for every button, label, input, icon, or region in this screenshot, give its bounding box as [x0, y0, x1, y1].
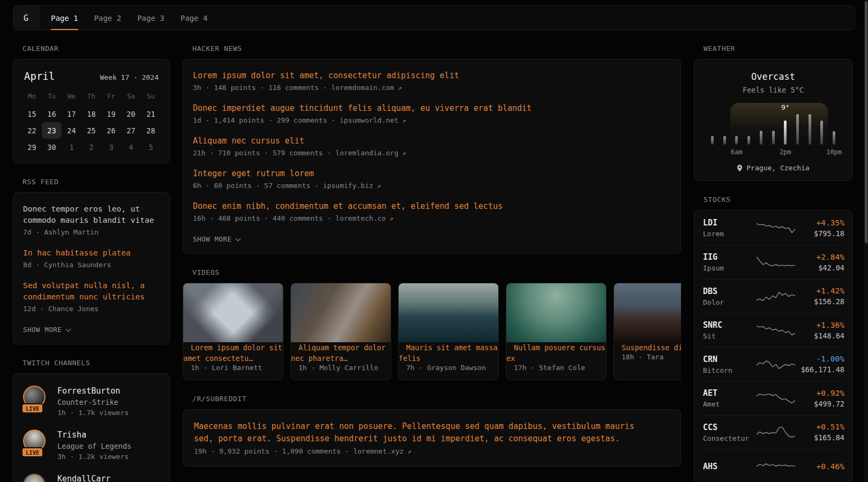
bar-slot [779, 114, 791, 145]
stock-change: +4.35% [795, 219, 844, 227]
stock-row[interactable]: AETAmet+0.92%$499.72 [703, 381, 843, 416]
video-meta: 17h · Stefan Cole [514, 364, 598, 372]
stock-values: -1.00%$66,171.48 [795, 355, 844, 374]
bar-slot [828, 114, 840, 145]
news-title[interactable]: Integer eget rutrum lorem [193, 168, 671, 179]
video-thumbnail[interactable] [183, 283, 283, 342]
calendar-day: 15 [22, 106, 42, 122]
video-card[interactable]: Lorem ipsum dolor sit amet consectetu…1h… [183, 283, 283, 380]
calendar-weekday-label: Th [81, 87, 101, 106]
stock-row[interactable]: CRNBitcorn-1.00%$66,171.48 [703, 347, 843, 381]
twitch-widget: TWITCH CHANNELS LIVEForrestBurtonCounter… [13, 359, 170, 482]
calendar-weekday-label: Fr [101, 87, 121, 106]
live-badge: LIVE [21, 447, 43, 457]
tab-page-4[interactable]: Page 4 [181, 6, 208, 30]
app-logo[interactable]: G [13, 6, 39, 30]
external-link-icon: ↗ [377, 182, 381, 190]
news-title[interactable]: Donec enim nibh, condimentum et accumsan… [193, 201, 671, 212]
subreddit-header: /R/SUBREDDIT [192, 395, 681, 403]
rss-item-meta: 7d · Ashlyn Martin [23, 228, 160, 236]
stock-change: +0.92% [795, 389, 844, 397]
news-meta-text: 16h · 468 points · 440 comments · loremt… [193, 214, 386, 222]
subreddit-post: Maecenas mollis pulvinar erat non posuer… [194, 420, 670, 455]
video-thumbnail[interactable] [291, 283, 391, 342]
rss-show-more-button[interactable]: SHOW MORE [23, 326, 70, 334]
weather-hourly-chart: 9° [706, 103, 840, 145]
news-title[interactable]: Lorem ipsum dolor sit amet, consectetur … [193, 70, 671, 81]
video-card[interactable]: Nullam posuere cursus ex17h · Stefan Col… [506, 283, 607, 380]
news-item: Aliquam nec cursus elit21h · 710 points … [193, 135, 671, 157]
hn-show-more-button[interactable]: SHOW MORE [193, 235, 240, 243]
stock-row[interactable]: DBSDolor+1.42%$156.28 [703, 279, 843, 313]
stock-row[interactable]: CCSConsectetur+0.51%$165.84 [703, 415, 843, 449]
video-thumbnail[interactable] [506, 283, 606, 342]
stock-name: Consectetur [703, 434, 757, 442]
calendar-day-selected: 23 [42, 122, 62, 139]
stock-row[interactable]: LDILorem+4.35%$795.18 [703, 211, 843, 245]
stock-price: $156.28 [795, 297, 844, 306]
calendar-weekday-label: Sa [121, 87, 141, 106]
stock-values: +0.46% [795, 462, 844, 471]
stock-symbol: CCS [703, 423, 757, 432]
subreddit-card: Maecenas mollis pulvinar erat non posuer… [183, 409, 681, 466]
news-meta: 16h · 468 points · 440 comments · loremt… [193, 214, 671, 222]
news-meta-text: 1d · 1,414 points · 299 comments · ipsum… [193, 116, 399, 124]
post-title[interactable]: Maecenas mollis pulvinar erat non posuer… [194, 420, 655, 445]
avatar [23, 473, 46, 482]
channel-name[interactable]: Trisha [57, 429, 86, 440]
twitch-channel-row[interactable]: LIVETrishaLeague of Legends3h · 1.2k vie… [23, 430, 160, 461]
temperature-bars [706, 114, 840, 145]
stock-symbol: DBS [703, 287, 757, 296]
weather-header: WEATHER [704, 44, 852, 52]
video-title[interactable]: Suspendisse diam [622, 343, 681, 352]
tab-page-2[interactable]: Page 2 [94, 6, 122, 30]
calendar-week-year: Week 17 · 2024 [100, 73, 159, 81]
rss-item-title[interactable]: Donec tempor eros leo, ut commodo mauris… [23, 204, 160, 226]
stock-change: +0.51% [795, 423, 844, 431]
video-card[interactable]: Mauris sit amet massa felis7h · Grayson … [398, 283, 499, 380]
rss-item-title[interactable]: In hac habitasse platea [23, 247, 160, 259]
video-card[interactable]: Suspendisse diam18h · Tara [613, 283, 681, 380]
channel-name[interactable]: ForrestBurton [57, 385, 120, 396]
rss-item-title[interactable]: Sed volutpat nulla nisl, a condimentum n… [23, 280, 160, 303]
twitch-channel-row[interactable]: KendallCarr [23, 473, 160, 482]
bar-slot [755, 114, 767, 145]
time-axis-label: 2pm [780, 148, 791, 156]
news-meta-text: 21h · 710 points · 579 comments · loreml… [193, 149, 399, 157]
tab-page-3[interactable]: Page 3 [137, 6, 164, 30]
video-title[interactable]: Nullam posuere cursus ex [506, 343, 605, 363]
show-more-label: SHOW MORE [193, 235, 231, 243]
stock-name: Dolor [703, 298, 757, 306]
video-title[interactable]: Aliquam tempor dolor nec pharetra… [291, 343, 386, 363]
video-title[interactable]: Lorem ipsum dolor sit amet consectetu… [183, 343, 282, 363]
stock-change: +2.84% [795, 253, 844, 261]
temperature-bar [723, 136, 726, 145]
calendar-day: 21 [141, 106, 161, 122]
external-link-icon: ↗ [390, 215, 393, 222]
news-title[interactable]: Donec imperdiet augue tincidunt felis al… [193, 103, 671, 114]
stock-row[interactable]: AHS+0.46% [703, 449, 843, 482]
subreddit-widget: /R/SUBREDDIT Maecenas mollis pulvinar er… [183, 395, 681, 466]
news-title[interactable]: Aliquam nec cursus elit [193, 135, 671, 147]
video-card[interactable]: Aliquam tempor dolor nec pharetra…1h · M… [290, 283, 391, 380]
stock-price: $148.64 [795, 332, 844, 340]
bar-slot [804, 114, 816, 145]
channel-name[interactable]: KendallCarr [57, 473, 110, 482]
stock-values: +1.36%$148.64 [795, 321, 844, 340]
video-thumbnail[interactable] [399, 283, 498, 342]
scrollbar-thumb[interactable] [865, 1, 867, 243]
external-link-icon: ↗ [402, 117, 406, 124]
calendar-day: 17 [62, 106, 81, 122]
external-link-icon: ↗ [398, 84, 402, 92]
chevron-down-icon [66, 326, 71, 332]
video-title[interactable]: Mauris sit amet massa felis [399, 343, 498, 363]
stock-row[interactable]: SNRCSit+1.36%$148.64 [703, 313, 843, 348]
tab-page-1[interactable]: Page 1 [51, 6, 78, 30]
video-thumbnail[interactable] [614, 283, 681, 342]
twitch-channel-row[interactable]: LIVEForrestBurtonCounter-Strike1h · 1.7k… [23, 386, 160, 417]
stock-row[interactable]: IIGIpsum+2.84%$42.04 [703, 245, 843, 280]
calendar-card: April Week 17 · 2024 MoTuWeThFrSaSu15161… [13, 59, 170, 163]
videos-row: Lorem ipsum dolor sit amet consectetu…1h… [183, 283, 681, 380]
sparkline-chart [757, 391, 795, 405]
bar-slot [706, 114, 719, 145]
